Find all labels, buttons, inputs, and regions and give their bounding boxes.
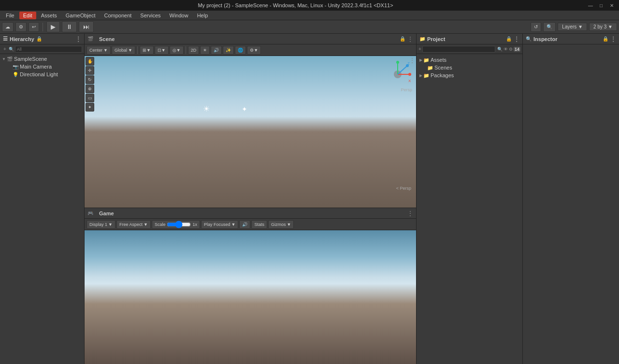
aspect-dropdown-icon: ▼: [144, 222, 148, 227]
gizmos-dropdown-icon: ▼: [287, 222, 291, 227]
hierarchy-panel: ☰ Hierarchy 🔒 ⋮ + 🔍 ▼ 🎬 SampleScene 📷 Ma…: [0, 34, 85, 364]
project-settings-icon[interactable]: ⚙: [509, 47, 513, 52]
scene-gizmo[interactable]: X Z Persp: [383, 60, 412, 89]
search-toolbar-btn[interactable]: 🔍: [543, 22, 556, 32]
scene-gizmos-btn[interactable]: ⚙▼: [247, 46, 261, 55]
play-focused-dropdown-icon: ▼: [231, 222, 235, 227]
main-layout: ☰ Hierarchy 🔒 ⋮ + 🔍 ▼ 🎬 SampleScene 📷 Ma…: [0, 34, 619, 364]
close-button[interactable]: ✕: [608, 2, 615, 9]
maximize-button[interactable]: □: [598, 2, 605, 9]
project-more-icon[interactable]: ⋮: [514, 36, 519, 42]
scale-tool-btn[interactable]: ⊕: [86, 84, 94, 93]
project-assets-item[interactable]: ▶ 📁 Assets: [417, 56, 522, 64]
scene-tab[interactable]: Scene: [95, 35, 118, 43]
scene-lock-icon[interactable]: 🔒: [400, 36, 405, 42]
inspector-lock-icon[interactable]: 🔒: [603, 36, 608, 42]
play-focused-btn[interactable]: Play Focused ▼: [201, 220, 238, 229]
toolbar-settings-btn[interactable]: ⚙: [15, 22, 27, 32]
game-mute-btn[interactable]: 🔊: [239, 220, 250, 229]
move-tool-btn[interactable]: ✋: [86, 57, 94, 66]
undo-icon: ↩: [32, 24, 36, 29]
scene-more-icon[interactable]: ⋮: [407, 36, 413, 42]
step-button[interactable]: ⏭: [79, 21, 94, 32]
game-gizmos-btn[interactable]: Gizmos ▼: [268, 220, 294, 229]
hierarchy-header: ☰ Hierarchy 🔒 ⋮: [0, 34, 84, 44]
menu-help[interactable]: Help: [193, 12, 212, 19]
hierarchy-maincamera[interactable]: 📷 Main Camera: [0, 63, 84, 70]
scene-sep-2: [186, 46, 186, 54]
game-aspect-btn[interactable]: Free Aspect ▼: [116, 220, 151, 229]
toolbar-separator-1: [43, 23, 43, 31]
rotate-tool-btn[interactable]: ↻: [86, 75, 94, 84]
project-add-btn[interactable]: +: [418, 46, 421, 52]
scenes-folder-icon: 📁: [427, 65, 433, 70]
camera-icon: 📷: [13, 64, 18, 70]
project-search-icon[interactable]: 🔍: [497, 47, 503, 52]
project-panel: 📁 Project 🔒 ⋮ + 🔍 👁 ⚙ 14 ▶ 📁 Assets 📁 Sc…: [416, 34, 522, 364]
game-header-icon: 🎮: [87, 210, 93, 216]
project-scenes-item[interactable]: 📁 Scenes: [417, 64, 522, 71]
gizmo-svg: X Z: [383, 60, 412, 89]
packages-label: Packages: [431, 72, 454, 78]
toolbar-undo-btn[interactable]: ↩: [29, 22, 39, 32]
menu-gameobject[interactable]: GameObject: [62, 12, 100, 19]
game-view[interactable]: [85, 230, 416, 364]
layers-button[interactable]: Layers ▼: [558, 23, 587, 31]
rect-tool-btn[interactable]: ▭: [86, 94, 94, 102]
scene-global-btn[interactable]: Global ▼: [112, 46, 135, 55]
hierarchy-lock-icon[interactable]: 🔒: [36, 36, 42, 42]
hierarchy-toolbar: + 🔍: [0, 44, 84, 54]
search-icon-hierarchy: 🔍: [9, 47, 14, 52]
inspector-title: Inspector: [533, 36, 558, 42]
combined-tool-btn[interactable]: ✦: [86, 103, 94, 112]
menu-file[interactable]: File: [2, 12, 18, 19]
scene-center-btn[interactable]: Center ▼: [86, 46, 111, 55]
project-eye-icon[interactable]: 👁: [504, 47, 508, 52]
layout-button[interactable]: 2 by 3 ▼: [589, 23, 617, 31]
project-lock-icon[interactable]: 🔒: [506, 36, 512, 42]
scene-fx-btn[interactable]: ✨: [223, 46, 234, 55]
hierarchy-search-input[interactable]: [15, 46, 82, 53]
game-panel: 🎮 Game ⋮ Display 1 ▼ Free Aspect ▼ Scale: [85, 208, 416, 364]
samplescene-arrow: ▼: [2, 57, 7, 61]
project-icon: 📁: [419, 36, 425, 42]
game-display-btn[interactable]: Display 1 ▼: [86, 220, 115, 229]
game-header: 🎮 Game ⋮: [85, 208, 416, 219]
menu-window[interactable]: Window: [166, 12, 192, 19]
menu-assets[interactable]: Assets: [37, 12, 61, 19]
hierarchy-samplescene[interactable]: ▼ 🎬 SampleScene: [0, 55, 84, 63]
scene-audio-btn[interactable]: 🔊: [211, 46, 222, 55]
game-toolbar: Display 1 ▼ Free Aspect ▼ Scale 1x Play …: [85, 219, 416, 230]
scene-2d-btn[interactable]: 2D: [188, 46, 200, 55]
hierarchy-more-icon[interactable]: ⋮: [75, 36, 81, 42]
game-stats-btn[interactable]: Stats: [251, 220, 267, 229]
inspector-panel: 🔍 Inspector 🔒 ⋮: [522, 34, 619, 364]
scene-view[interactable]: ✋ ✛ ↻ ⊕ ▭ ✦ X: [85, 56, 416, 208]
game-tab[interactable]: Game: [95, 210, 118, 217]
scene-render-btn[interactable]: ◎▼: [170, 46, 184, 55]
scene-tools-sidebar: ✋ ✛ ↻ ⊕ ▭ ✦: [86, 57, 94, 112]
hierarchy-icon: ☰: [3, 36, 8, 42]
scene-overflow-icon[interactable]: ⋮: [409, 57, 415, 64]
minimize-button[interactable]: —: [587, 2, 594, 9]
undo-history-btn[interactable]: ↺: [531, 22, 541, 32]
scene-light-btn[interactable]: ☀: [200, 46, 210, 55]
project-packages-item[interactable]: ▶ 📁 Packages: [417, 71, 522, 79]
menu-component[interactable]: Component: [100, 12, 135, 19]
hierarchy-add-btn[interactable]: +: [2, 46, 8, 52]
pause-button[interactable]: ⏸: [62, 21, 77, 32]
toolbar-account-btn[interactable]: ☁: [2, 22, 14, 32]
project-search-input[interactable]: [422, 46, 495, 53]
scene-snap-btn[interactable]: ⊡▼: [155, 46, 169, 55]
inspector-more-icon[interactable]: ⋮: [610, 36, 616, 42]
scale-slider[interactable]: [167, 222, 191, 227]
menu-edit[interactable]: Edit: [19, 12, 36, 19]
menu-services[interactable]: Services: [136, 12, 164, 19]
scene-grid-btn[interactable]: ⊞▼: [140, 46, 154, 55]
play-button[interactable]: ▶: [46, 21, 60, 32]
scene-skybox-btn[interactable]: 🌐: [235, 46, 246, 55]
hierarchy-directionallight[interactable]: 💡 Directional Light: [0, 70, 84, 78]
transform-tool-btn[interactable]: ✛: [86, 66, 94, 75]
game-more-icon[interactable]: ⋮: [407, 210, 413, 217]
svg-point-2: [408, 73, 411, 76]
